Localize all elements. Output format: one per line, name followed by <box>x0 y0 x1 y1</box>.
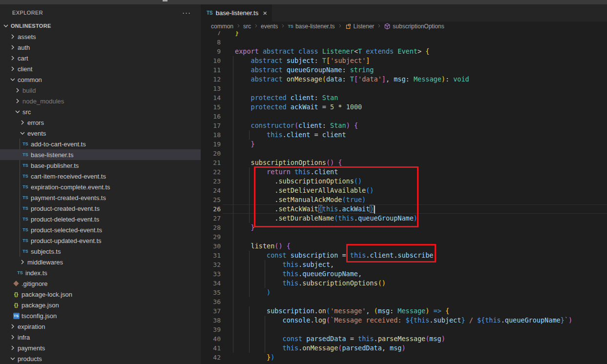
line-number[interactable]: 39 <box>201 325 221 334</box>
line-number[interactable]: 22 <box>201 167 221 177</box>
tree-item-package-lock-json[interactable]: {}package-lock.json <box>0 289 201 300</box>
code-line-22[interactable]: 22 return this.client <box>201 167 607 177</box>
tree-item-product-deleted-event-ts[interactable]: TSproduct-deleted-event.ts <box>0 214 201 224</box>
tree-item-subjects-ts[interactable]: TSsubjects.ts <box>0 246 201 257</box>
line-number[interactable]: 27 <box>201 214 221 223</box>
close-icon[interactable]: × <box>263 9 267 17</box>
code-line-17[interactable]: 17 constructor(client: Stan) { <box>201 121 607 130</box>
tree-item-assets[interactable]: assets <box>0 31 201 42</box>
tree-item-payment-created-events-ts[interactable]: TSpayment-created-events.ts <box>0 192 201 203</box>
tree-item-middlewares[interactable]: middlewares <box>0 257 201 267</box>
line-number[interactable]: 38 <box>201 316 221 325</box>
code-line-9[interactable]: 9export abstract class Listener<T extend… <box>201 47 607 56</box>
line-number[interactable]: 24 <box>201 186 221 195</box>
line-number[interactable]: 19 <box>201 140 221 149</box>
line-number[interactable]: 37 <box>201 306 221 316</box>
tree-item-product-updated-event-ts[interactable]: TSproduct-updated-event.ts <box>0 235 201 246</box>
line-number[interactable]: 23 <box>201 177 221 186</box>
line-number[interactable]: 32 <box>201 260 221 269</box>
line-number[interactable]: 11 <box>201 65 221 75</box>
code-line-16[interactable]: 16 <box>201 112 607 121</box>
tree-item-errors[interactable]: errors <box>0 117 201 128</box>
code-line-38[interactable]: 38 console.log(`Message received: ${this… <box>201 316 607 325</box>
code-line-10[interactable]: 10 abstract subject: T['subject'] <box>201 56 607 65</box>
code-line-20[interactable]: 20 <box>201 149 607 158</box>
code-line-26[interactable]: 26 .setAckWait(this.ackWait) <box>201 204 607 214</box>
code-line-42[interactable]: 42 }) <box>201 353 607 362</box>
code-line-18[interactable]: 18 this.client = client <box>201 130 607 140</box>
tree-item-index-ts[interactable]: TSindex.ts <box>0 267 201 278</box>
line-number[interactable]: 40 <box>201 334 221 344</box>
code-line-29[interactable]: 29 <box>201 232 607 242</box>
tab-base-listener[interactable]: TS base-listener.ts × <box>201 4 272 21</box>
code-line-35[interactable]: 35 ) <box>201 288 607 297</box>
code-line-23[interactable]: 23 .subscriptionOptions() <box>201 177 607 186</box>
line-number[interactable]: 13 <box>201 84 221 93</box>
tree-item-node-modules[interactable]: node_modules <box>0 96 201 106</box>
code-line-28[interactable]: 28 } <box>201 223 607 232</box>
line-number[interactable]: 25 <box>201 195 221 204</box>
tree-item-cart-item-received-event-ts[interactable]: TScart-item-received-event.ts <box>0 171 201 182</box>
tree-item-common[interactable]: common <box>0 74 201 85</box>
tree-item-expiration-complete-event-ts[interactable]: TSexpiration-complete.event.ts <box>0 182 201 192</box>
code-line-37[interactable]: 37 subscription.on('message', (msg: Mess… <box>201 306 607 316</box>
tree-item-product-created-event-ts[interactable]: TSproduct-created-event.ts <box>0 203 201 214</box>
breadcrumb-item-common[interactable]: common <box>211 23 233 30</box>
line-number[interactable]: 16 <box>201 112 221 121</box>
tree-item-package-json[interactable]: {}package.json <box>0 300 201 310</box>
tree-item-products[interactable]: products <box>0 353 201 364</box>
explorer-more-actions-icon[interactable]: ··· <box>182 10 191 15</box>
line-number[interactable]: 15 <box>201 102 221 112</box>
line-number[interactable]: 17 <box>201 121 221 130</box>
line-number[interactable]: 12 <box>201 75 221 84</box>
code-line-11[interactable]: 11 abstract queueGroupName: string <box>201 65 607 75</box>
tree-item-product-selected-event-ts[interactable]: TSproduct-selected-event.ts <box>0 224 201 235</box>
tree-item-onlinestore[interactable]: ONLINESTORE <box>0 20 201 31</box>
breadcrumb-item-listener[interactable]: Listener <box>345 23 375 30</box>
code-line-19[interactable]: 19 } <box>201 140 607 149</box>
tree-item-auth[interactable]: auth <box>0 42 201 53</box>
code-editor[interactable]: 7}89export abstract class Listener<T ext… <box>201 28 607 364</box>
code-line-30[interactable]: 30 listen() { <box>201 242 607 251</box>
breadcrumb-item-subscriptionoptions[interactable]: subscriptionOptions <box>384 23 444 30</box>
line-number[interactable]: 26 <box>201 204 221 214</box>
code-line-8[interactable]: 8 <box>201 38 607 47</box>
line-number[interactable]: 28 <box>201 223 221 232</box>
line-number[interactable]: 8 <box>201 38 221 47</box>
code-line-34[interactable]: 34 this.subscriptionOptions() <box>201 279 607 288</box>
code-line-21[interactable]: 21 subscriptionOptions() { <box>201 158 607 167</box>
code-line-36[interactable]: 36 <box>201 297 607 306</box>
code-line-27[interactable]: 27 .setDurableName(this.queueGroupName) <box>201 214 607 223</box>
tree-item-base-publisher-ts[interactable]: TSbase-publisher.ts <box>0 160 201 171</box>
line-number[interactable]: 18 <box>201 130 221 140</box>
tree-item-tsconfig-json[interactable]: TStsconfig.json <box>0 310 201 321</box>
tree-item-payments[interactable]: payments <box>0 343 201 353</box>
code-line-40[interactable]: 40 const parsedData = this.parseMessage(… <box>201 334 607 344</box>
line-number[interactable]: 9 <box>201 47 221 56</box>
code-line-31[interactable]: 31 const subscription = this.client.subs… <box>201 251 607 260</box>
tree-item-events[interactable]: events <box>0 128 201 139</box>
breadcrumb-item-base-listener-ts[interactable]: TSbase-listener.ts <box>288 23 335 30</box>
code-line-13[interactable]: 13 <box>201 84 607 93</box>
line-number[interactable]: 20 <box>201 149 221 158</box>
code-line-32[interactable]: 32 this.subject, <box>201 260 607 269</box>
tree-item-infra[interactable]: infra <box>0 332 201 343</box>
line-number[interactable]: 33 <box>201 269 221 279</box>
tree-item-add-to-cart-event-ts[interactable]: TSadd-to-cart-event.ts <box>0 139 201 149</box>
tree-item--gitignore[interactable]: .gitignore <box>0 278 201 289</box>
tree-item-client[interactable]: client <box>0 63 201 74</box>
code-line-24[interactable]: 24 .setDeliverAllAvailable() <box>201 186 607 195</box>
breadcrumb-item-events[interactable]: events <box>261 23 278 30</box>
line-number[interactable]: 35 <box>201 288 221 297</box>
code-line-33[interactable]: 33 this.queueGroupName, <box>201 269 607 279</box>
tree-item-base-listener-ts[interactable]: TSbase-listener.ts <box>0 149 201 160</box>
code-line-15[interactable]: 15 protected ackWait = 5 * 1000 <box>201 102 607 112</box>
line-number[interactable]: 31 <box>201 251 221 260</box>
line-number[interactable]: 34 <box>201 279 221 288</box>
code-line-14[interactable]: 14 protected client: Stan <box>201 93 607 102</box>
tree-item-expiration[interactable]: expiration <box>0 321 201 332</box>
line-number[interactable]: 41 <box>201 344 221 353</box>
line-number[interactable]: 36 <box>201 297 221 306</box>
code-line-25[interactable]: 25 .setManualAckMode(true) <box>201 195 607 204</box>
line-number[interactable]: 29 <box>201 232 221 242</box>
